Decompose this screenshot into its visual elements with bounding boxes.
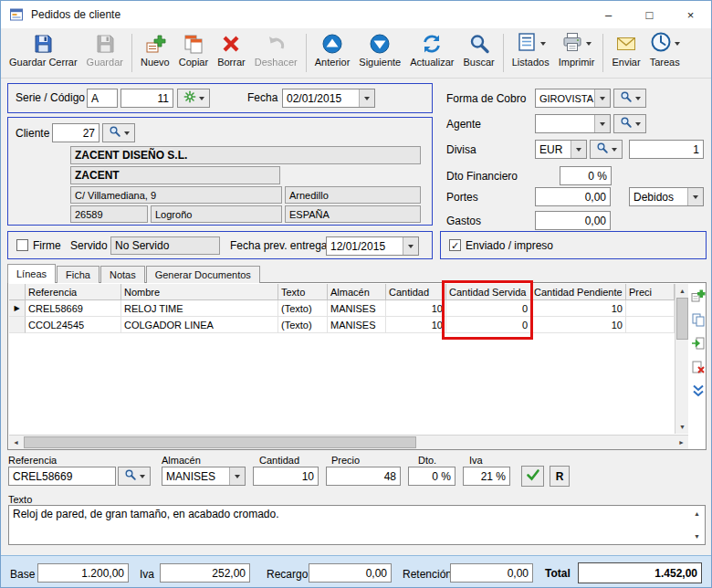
borrar-button[interactable]: Borrar [213, 31, 250, 68]
cell-nombre[interactable]: RELOJ TIME [121, 300, 278, 317]
buscar-button[interactable]: Buscar [458, 31, 498, 68]
vertical-scroll-thumb[interactable] [676, 298, 688, 340]
cell-cantidad-pendiente[interactable]: 10 [531, 300, 626, 317]
gastos-input[interactable]: 0,00 [535, 211, 611, 230]
tab-notas[interactable]: Notas [100, 266, 145, 283]
fecha-entrega-combo[interactable]: 12/01/2015 [326, 236, 419, 256]
forma-cobro-dropdown-button[interactable] [594, 89, 610, 107]
col-precio[interactable]: Preci [626, 284, 675, 300]
cell-almacen[interactable]: MANISES [328, 300, 386, 317]
divisa-cambio-input[interactable]: 1 [629, 140, 704, 159]
scroll-right-icon[interactable]: ► [675, 436, 688, 449]
grid-row[interactable]: CCOL24545 COLGADOR LINEA (Texto) MANISES… [9, 317, 675, 333]
agente-search-button[interactable] [613, 114, 646, 133]
forma-cobro-search-button[interactable] [613, 89, 646, 108]
tab-ficha[interactable]: Ficha [57, 266, 99, 283]
horizontal-scroll-thumb[interactable] [24, 436, 416, 448]
portes-modo-combo[interactable]: Debidos [629, 187, 704, 206]
texto-editor[interactable]: Reloj de pared, de gran tamaño, en acaba… [8, 505, 706, 545]
cell-precio[interactable] [626, 317, 675, 333]
duplicate-line-button[interactable] [690, 311, 707, 328]
cell-cantidad-servida[interactable]: 0 [446, 300, 531, 317]
cell-cantidad[interactable]: 10 [386, 300, 446, 317]
fecha-combo[interactable]: 02/01/2015 [282, 89, 375, 108]
tab-generar-documentos[interactable]: Generar Documentos [146, 266, 260, 283]
agente-combo[interactable] [535, 114, 611, 133]
detalle-cantidad-input[interactable]: 10 [253, 467, 319, 486]
enviar-button[interactable]: Enviar [607, 31, 644, 68]
fecha-dropdown-button[interactable] [359, 89, 374, 107]
dropdown-caret-icon[interactable] [540, 42, 546, 46]
detalle-almacen-combo[interactable]: MANISES [162, 467, 246, 486]
portes-modo-dropdown-button[interactable] [687, 188, 703, 205]
divisa-combo[interactable]: EUR [535, 140, 587, 159]
scroll-left-icon[interactable]: ◄ [9, 436, 23, 449]
insert-line-button[interactable] [690, 335, 707, 352]
cell-referencia[interactable]: CREL58669 [26, 300, 121, 317]
cell-precio[interactable] [626, 300, 675, 317]
row-selector[interactable]: ▶ [9, 300, 26, 317]
portes-input[interactable]: 0,00 [535, 187, 611, 206]
tab-lineas[interactable]: Líneas [7, 264, 56, 283]
col-cantidad[interactable]: Cantidad [386, 284, 446, 300]
fecha-entrega-dropdown-button[interactable] [403, 237, 418, 255]
serie-input[interactable]: A [87, 89, 118, 108]
dropdown-caret-icon[interactable] [675, 42, 680, 46]
col-nombre[interactable]: Nombre [121, 284, 278, 300]
cell-texto[interactable]: (Texto) [278, 317, 328, 333]
siguiente-button[interactable]: Siguiente [354, 31, 405, 68]
detalle-referencia-search-button[interactable] [118, 467, 151, 486]
col-referencia[interactable]: Referencia [26, 284, 121, 300]
col-cantidad-pendiente[interactable]: Cantidad Pendiente [531, 284, 626, 300]
cell-referencia[interactable]: CCOL24545 [26, 317, 121, 333]
detalle-almacen-dropdown-button[interactable] [229, 467, 245, 485]
maximize-button[interactable]: □ [629, 1, 670, 28]
cell-almacen[interactable]: MANISES [328, 317, 386, 333]
imprimir-button[interactable]: Imprimir [554, 31, 600, 68]
anterior-button[interactable]: Anterior [310, 31, 355, 68]
detalle-dto-input[interactable]: 0 % [408, 467, 455, 486]
guardar-cerrar-button[interactable]: Guardar Cerrar [5, 31, 82, 68]
col-almacen[interactable]: Almacén [328, 284, 386, 300]
add-line-button[interactable] [690, 288, 707, 304]
scroll-down-icon[interactable]: ▼ [675, 420, 689, 434]
detalle-precio-input[interactable]: 48 [326, 467, 401, 486]
agente-dropdown-button[interactable] [594, 115, 610, 132]
grid-row[interactable]: ▶ CREL58669 RELOJ TIME (Texto) MANISES 1… [9, 300, 675, 317]
go-last-line-icon[interactable] [690, 383, 707, 399]
col-cantidad-servida[interactable]: Cantidad Servida [446, 284, 531, 300]
divisa-search-button[interactable] [590, 140, 623, 159]
detalle-referencia-input[interactable]: CREL58669 [8, 467, 116, 486]
dto-financiero-input[interactable]: 0 % [560, 166, 612, 185]
divisa-dropdown-button[interactable] [571, 141, 586, 158]
nuevo-button[interactable]: Nuevo [136, 31, 174, 68]
tareas-button[interactable]: Tareas [645, 31, 685, 68]
cliente-search-button[interactable] [102, 123, 135, 142]
minimize-button[interactable]: – [588, 1, 629, 28]
cell-cantidad[interactable]: 10 [386, 317, 446, 333]
col-texto[interactable]: Texto [278, 284, 328, 300]
close-button[interactable]: × [670, 1, 711, 28]
grid-horizontal-scrollbar[interactable]: ◄ ► [9, 435, 688, 449]
dropdown-caret-icon[interactable] [586, 42, 592, 46]
texto-scroll-up-icon[interactable]: ▲ [690, 507, 704, 520]
delete-line-button[interactable] [690, 359, 707, 375]
listados-button[interactable]: Listados [508, 31, 554, 68]
cell-cantidad-servida[interactable]: 0 [446, 317, 531, 333]
cell-nombre[interactable]: COLGADOR LINEA [121, 317, 278, 333]
grid-vertical-scrollbar[interactable]: ▲ ▼ [675, 284, 688, 434]
r-button[interactable]: R [550, 466, 570, 487]
cell-texto[interactable]: (Texto) [278, 300, 328, 317]
codigo-input[interactable]: 11 [120, 89, 173, 108]
enviado-checkbox[interactable]: ✓ [449, 239, 461, 251]
forma-cobro-combo[interactable]: GIROVISTA [535, 89, 611, 108]
scroll-up-icon[interactable]: ▲ [675, 284, 689, 298]
texto-scroll-down-icon[interactable]: ▼ [690, 530, 704, 543]
cell-cantidad-pendiente[interactable]: 10 [531, 317, 626, 333]
accept-line-button[interactable] [521, 466, 544, 487]
cliente-codigo-input[interactable]: 27 [52, 123, 99, 142]
copiar-button[interactable]: Copiar [174, 31, 213, 68]
row-selector[interactable] [9, 317, 26, 333]
firme-checkbox[interactable] [16, 239, 28, 251]
codigo-options-button[interactable] [177, 89, 210, 108]
